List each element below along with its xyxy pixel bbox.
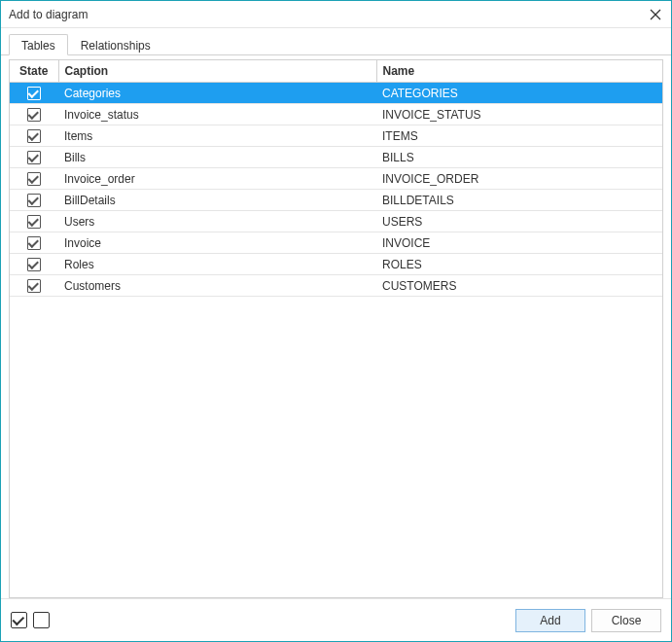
checkbox-icon[interactable] [27, 258, 41, 271]
col-header-caption[interactable]: Caption [58, 60, 376, 83]
table-row[interactable]: Invoice_orderINVOICE_ORDER [10, 168, 662, 190]
footer-bar: Add Close [1, 598, 671, 641]
dialog-window: Add to diagram TablesRelationships State… [0, 0, 672, 642]
state-cell[interactable] [10, 168, 58, 190]
tables-grid: State Caption Name CategoriesCATEGORIESI… [10, 60, 662, 297]
name-cell: INVOICE [376, 232, 662, 254]
caption-cell: BillDetails [58, 190, 376, 211]
caption-cell: Bills [58, 147, 376, 168]
name-cell: ROLES [376, 254, 662, 275]
table-row[interactable]: ItemsITEMS [10, 125, 662, 147]
select-all-checkbox[interactable] [11, 612, 27, 628]
state-cell[interactable] [10, 275, 58, 297]
checkbox-icon[interactable] [27, 108, 41, 122]
checkbox-icon[interactable] [27, 279, 41, 293]
tab-relationships[interactable]: Relationships [68, 34, 163, 55]
select-none-checkbox[interactable] [33, 612, 50, 628]
name-cell: INVOICE_STATUS [376, 104, 662, 125]
name-cell: CUSTOMERS [376, 275, 662, 297]
name-cell: CATEGORIES [376, 83, 662, 104]
caption-cell: Items [58, 125, 376, 147]
name-cell: ITEMS [376, 125, 662, 147]
table-container: State Caption Name CategoriesCATEGORIESI… [9, 59, 663, 598]
table-row[interactable]: RolesROLES [10, 254, 662, 275]
name-cell: USERS [376, 211, 662, 232]
state-cell[interactable] [10, 211, 58, 232]
state-cell[interactable] [10, 83, 58, 104]
state-cell[interactable] [10, 147, 58, 168]
caption-cell: Invoice_status [58, 104, 376, 125]
table-row[interactable]: Invoice_statusINVOICE_STATUS [10, 104, 662, 125]
caption-cell: Roles [58, 254, 376, 275]
close-button[interactable]: Close [591, 609, 661, 632]
checkbox-icon[interactable] [27, 172, 41, 186]
table-row[interactable]: InvoiceINVOICE [10, 232, 662, 254]
col-header-name[interactable]: Name [376, 60, 662, 83]
state-cell[interactable] [10, 254, 58, 275]
state-cell[interactable] [10, 190, 58, 211]
checkbox-icon[interactable] [27, 215, 41, 229]
caption-cell: Invoice [58, 232, 376, 254]
table-row[interactable]: CustomersCUSTOMERS [10, 275, 662, 297]
caption-cell: Invoice_order [58, 168, 376, 190]
state-cell[interactable] [10, 125, 58, 147]
checkbox-icon[interactable] [27, 236, 41, 250]
window-title: Add to diagram [9, 8, 648, 21]
tab-tables[interactable]: Tables [9, 34, 68, 55]
table-row[interactable]: CategoriesCATEGORIES [10, 83, 662, 104]
checkbox-icon[interactable] [27, 87, 41, 100]
checkbox-icon[interactable] [27, 151, 41, 164]
close-icon[interactable] [648, 7, 663, 22]
checkbox-icon[interactable] [27, 129, 41, 143]
add-button[interactable]: Add [515, 609, 585, 632]
caption-cell: Categories [58, 83, 376, 104]
caption-cell: Users [58, 211, 376, 232]
tab-strip: TablesRelationships [1, 28, 671, 55]
table-header-row: State Caption Name [10, 60, 662, 83]
table-row[interactable]: BillDetailsBILLDETAILS [10, 190, 662, 211]
name-cell: BILLS [376, 147, 662, 168]
content-area: State Caption Name CategoriesCATEGORIESI… [1, 55, 671, 598]
caption-cell: Customers [58, 275, 376, 297]
state-cell[interactable] [10, 232, 58, 254]
table-row[interactable]: BillsBILLS [10, 147, 662, 168]
name-cell: BILLDETAILS [376, 190, 662, 211]
titlebar: Add to diagram [1, 1, 671, 28]
name-cell: INVOICE_ORDER [376, 168, 662, 190]
state-cell[interactable] [10, 104, 58, 125]
table-row[interactable]: UsersUSERS [10, 211, 662, 232]
checkbox-icon[interactable] [27, 194, 41, 207]
col-header-state[interactable]: State [10, 60, 58, 83]
